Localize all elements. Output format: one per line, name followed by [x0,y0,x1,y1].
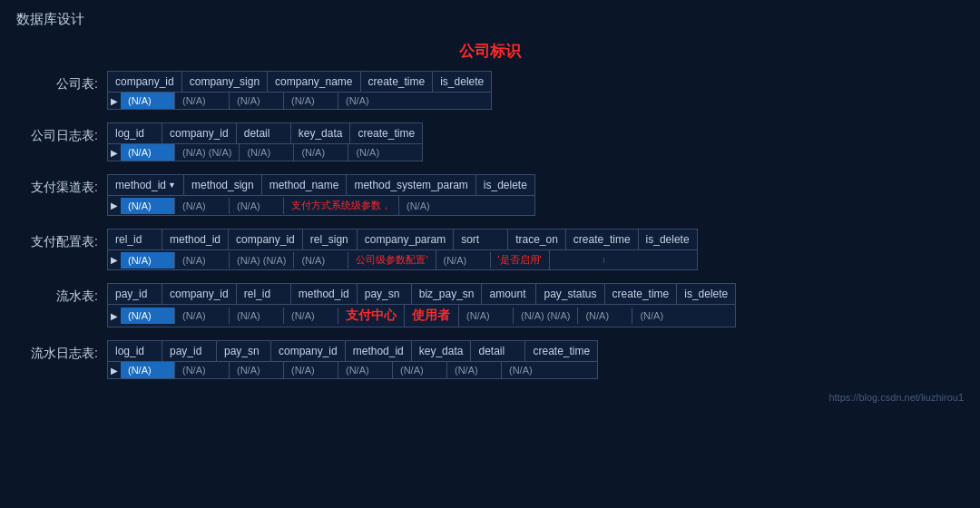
col-company-id: company_id [108,72,182,92]
col-pay-id: pay_id [162,341,217,361]
cell-is-delete [604,258,659,263]
cell-company-id: (N/A) (N/A) [175,144,240,161]
col-company-id: company_id [271,341,346,361]
company-label: 公司表: [16,71,98,93]
table-row: ▶ (N/A) (N/A) (N/A) (N/A) (N/A) 公司级参数配置'… [108,250,697,269]
cell-rel-sign: (N/A) [294,252,348,269]
cell-amount: (N/A) [459,308,514,324]
col-amount: amount [482,284,536,304]
row-arrow: ▶ [108,363,121,378]
col-sort: sort [454,230,508,249]
company-table-section: 公司表: company_id company_sign company_nam… [16,71,964,110]
cell-company-id: (N/A) (N/A) [230,252,294,269]
row-arrow: ▶ [108,308,121,324]
col-is-delete: is_delete [433,72,491,92]
company-log-table-section: 公司日志表: log_id company_id detail key_data… [16,122,964,161]
col-biz-pay-sn: biz_pay_sn [412,284,483,304]
cell-method-sign: (N/A) [175,198,230,214]
cell-create-time: (N/A) [578,308,632,324]
pay-config-table: rel_id method_id company_id rel_sign com… [107,229,698,270]
cell-pay-sn: (N/A) [230,362,284,378]
cell-trace-on: '是否启用' [491,250,550,269]
table-row: ▶ (N/A) (N/A) (N/A) (N/A) (N/A) (N/A) [108,144,422,161]
company-log-label: 公司日志表: [16,122,98,144]
table-row: ▶ (N/A) (N/A) (N/A) (N/A) (N/A) (N/A) (N… [108,362,597,378]
cell-rel-id: (N/A) [121,252,175,269]
col-method-id: method_id [162,230,229,249]
flow-log-table-section: 流水日志表: log_id pay_id pay_sn company_id m… [16,340,964,379]
cell-sort: (N/A) [436,252,491,269]
col-is-delete: is_delete [677,284,735,304]
pay-config-label: 支付配置表: [16,229,98,250]
cell-method-name: (N/A) [230,198,284,214]
cell-rel-id: (N/A) [230,308,284,324]
row-arrow: ▶ [108,198,121,213]
cell-key-data: (N/A) [393,362,447,378]
flow-log-table: log_id pay_id pay_sn company_id method_i… [107,340,598,379]
col-create-time: create_time [361,72,434,92]
table-row: ▶ (N/A) (N/A) (N/A) 支付方式系统级参数， (N/A) [108,196,534,215]
cell-pay-sn: 支付中心 [338,305,405,327]
col-is-delete: is_delete [639,230,697,249]
cell-key-data: (N/A) [294,144,348,161]
watermark: https://blog.csdn.net/liuzhirou1 [16,392,964,403]
col-rel-id: rel_id [237,284,291,304]
cell-is-delete: (N/A) [632,308,687,324]
flow-table-wrapper: pay_id company_id rel_id method_id pay_s… [107,283,736,327]
flow-table-section: 流水表: pay_id company_id rel_id method_id … [16,283,964,327]
col-company-id: company_id [162,123,237,143]
col-method-id: method_id [291,284,358,304]
center-label: 公司标识 [16,41,964,62]
col-create-time: create_time [605,284,678,304]
cell-create-time: (N/A) [284,93,338,109]
cell-company-id: (N/A) [121,93,175,109]
cell-is-delete: (N/A) [399,198,454,214]
col-pay-sn: pay_sn [358,284,412,304]
row-arrow: ▶ [108,252,121,268]
col-company-id: company_id [162,284,237,304]
col-pay-id: pay_id [108,284,162,304]
cell-pay-id: (N/A) [121,308,175,324]
flow-log-label: 流水日志表: [16,340,98,362]
col-log-id: log_id [108,123,162,143]
col-company-name: company_name [268,72,360,92]
pay-channel-table-section: 支付渠道表: method_id ▼ method_sign method_na… [16,174,964,216]
col-key-data: key_data [291,123,351,143]
cell-create-time: (N/A) [348,144,403,161]
cell-create-time: (N/A) [502,362,556,378]
cell-method-system-param: 支付方式系统级参数， [284,196,399,215]
page-title: 数据库设计 [16,11,964,28]
cell-method-id: (N/A) [284,308,338,324]
cell-is-delete: (N/A) [338,93,393,109]
company-table: company_id company_sign company_name cre… [107,71,492,110]
cell-company-param: 公司级参数配置' [348,250,436,269]
cell-method-id: (N/A) [338,362,393,378]
col-is-delete: is_delete [476,175,534,195]
cell-company-sign: (N/A) [175,93,230,109]
col-method-id: method_id ▼ [108,175,184,195]
col-rel-id: rel_id [108,230,162,249]
flow-label: 流水表: [16,283,98,305]
col-create-time: create_time [566,230,639,249]
cell-company-name: (N/A) [230,93,284,109]
flow-table: pay_id company_id rel_id method_id pay_s… [107,283,736,327]
col-method-sign: method_sign [184,175,262,195]
col-method-name: method_name [262,175,348,195]
col-create-time: create_time [525,341,597,361]
cell-log-id: (N/A) [121,362,175,378]
col-pay-status: pay_status [536,284,604,304]
col-company-id: company_id [229,230,303,249]
col-pay-sn: pay_sn [217,341,271,361]
cell-pay-id: (N/A) [175,362,230,378]
col-company-sign: company_sign [182,72,268,92]
row-arrow: ▶ [108,145,121,161]
row-arrow: ▶ [108,93,121,109]
col-create-time: create_time [350,123,422,143]
col-log-id: log_id [108,341,162,361]
col-method-system-param: method_system_param [347,175,475,195]
company-log-table: log_id company_id detail key_data create… [107,122,423,161]
cell-method-id: (N/A) [175,252,230,269]
cell-create-time [550,258,604,263]
cell-company-id: (N/A) [175,308,230,324]
table-row: ▶ (N/A) (N/A) (N/A) (N/A) (N/A) [108,93,491,109]
